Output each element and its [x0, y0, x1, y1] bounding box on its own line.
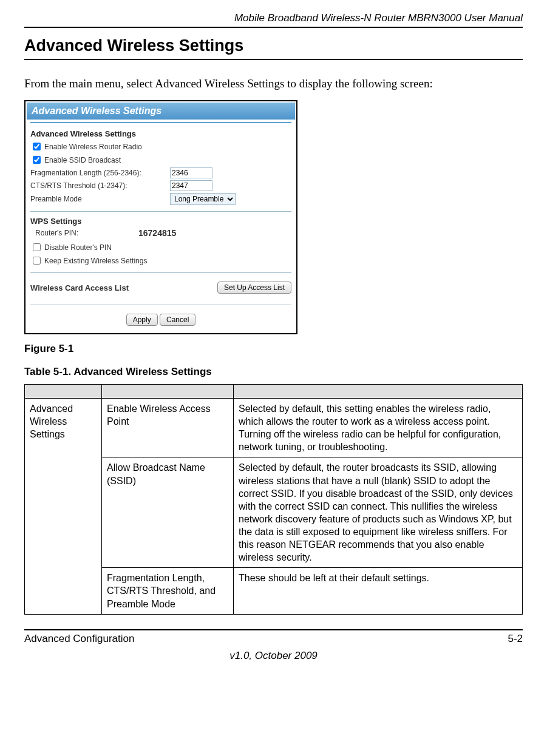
apply-button[interactable]: Apply	[126, 314, 158, 326]
disable-pin-label: Disable Router's PIN	[44, 243, 112, 252]
header-rule	[24, 27, 523, 28]
table-setting-cell: Allow Broadcast Name (SSID)	[102, 457, 234, 568]
table-desc-cell: Selected by default, this setting enable…	[234, 399, 523, 457]
access-list-label: Wireless Card Access List	[30, 283, 129, 292]
table-caption: Table 5-1. Advanced Wireless Settings	[24, 366, 523, 378]
table-group-cell: Advanced Wireless Settings	[25, 399, 102, 615]
enable-radio-checkbox[interactable]	[33, 143, 41, 150]
keep-existing-label: Keep Existing Wireless Settings	[44, 257, 147, 265]
router-pin-value: 16724815	[138, 228, 176, 238]
frag-length-label: Fragmentation Length (256-2346):	[30, 169, 170, 177]
table-setting-cell: Fragmentation Length, CTS/RTS Threshold,…	[102, 568, 234, 614]
setup-access-list-button[interactable]: Set Up Access List	[217, 282, 291, 294]
frag-length-input[interactable]	[170, 167, 212, 178]
keep-existing-checkbox[interactable]	[33, 257, 41, 265]
panel-title: Advanced Wireless Settings	[27, 103, 295, 120]
footer-left: Advanced Configuration	[24, 633, 134, 645]
table-desc-cell: These should be left at their default se…	[234, 568, 523, 614]
aw-section-label: Advanced Wireless Settings	[30, 129, 291, 138]
enable-ssid-label: Enable SSID Broadcast	[44, 156, 121, 164]
table-setting-cell: Enable Wireless Access Point	[102, 399, 234, 457]
doc-title: Mobile Broadband Wireless-N Router MBRN3…	[24, 12, 523, 27]
table-desc-cell: Selected by default, the router broadcas…	[234, 457, 523, 568]
disable-pin-checkbox[interactable]	[33, 243, 41, 251]
divider-3	[30, 305, 291, 305]
divider-2	[30, 272, 291, 273]
cts-threshold-label: CTS/RTS Threshold (1-2347):	[30, 181, 170, 190]
screenshot-panel: Advanced Wireless Settings Advanced Wire…	[24, 100, 297, 334]
preamble-mode-select[interactable]: Long Preamble	[170, 193, 236, 205]
section-title: Advanced Wireless Settings	[24, 36, 523, 60]
table-header-3	[234, 385, 523, 399]
divider-1	[30, 211, 291, 212]
panel-top-rule	[30, 122, 291, 123]
footer-rule	[24, 629, 523, 630]
figure-caption: Figure 5-1	[24, 343, 523, 355]
table-header-2	[102, 385, 234, 399]
footer-right: 5-2	[508, 633, 523, 645]
router-pin-label: Router's PIN:	[35, 229, 138, 237]
enable-radio-label: Enable Wireless Router Radio	[44, 143, 142, 151]
enable-ssid-checkbox[interactable]	[33, 156, 41, 164]
wps-section-label: WPS Settings	[30, 217, 291, 226]
settings-table: Advanced Wireless Settings Enable Wirele…	[24, 384, 523, 615]
table-header-1	[25, 385, 102, 399]
intro-text: From the main menu, select Advanced Wire…	[24, 77, 523, 90]
cancel-button[interactable]: Cancel	[160, 314, 195, 326]
footer-version: v1.0, October 2009	[24, 650, 523, 662]
cts-threshold-input[interactable]	[170, 180, 212, 191]
preamble-mode-label: Preamble Mode	[30, 195, 170, 203]
